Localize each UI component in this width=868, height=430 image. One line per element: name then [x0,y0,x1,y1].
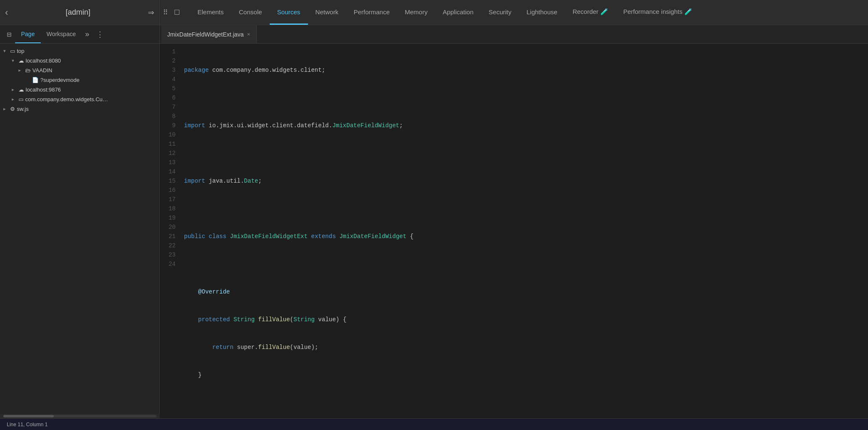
tree-item-top[interactable]: ▾ ▭ top [0,46,159,56]
tree-arrow: ▾ [3,48,8,54]
tree-label-top: top [17,48,24,54]
elements-grid-icon[interactable]: ⠿ [163,8,168,16]
code-line-8 [184,260,868,269]
tree-item-localhost9876[interactable]: ▸ ☁ localhost:9876 [0,85,159,94]
frame-icon-2: ▭ [18,96,24,102]
more-options-button[interactable]: ⋮ [93,30,107,39]
tree-arrow: ▸ [18,68,24,73]
scrollbar-thumb[interactable] [3,415,54,417]
code-line-6 [184,204,868,213]
code-line-10: protected String fillValue(String value)… [184,315,868,324]
second-bar-left: ⊟ Page Workspace » ⋮ [0,25,160,43]
tree-label-localhost9876: localhost:9876 [26,87,61,93]
tab-security[interactable]: Security [481,0,519,25]
code-line-3: import io.jmix.ui.widget.client.datefiel… [184,121,868,130]
devtools-icons: ⠿ ☐ [160,8,183,16]
close-tab-button[interactable]: × [247,31,250,37]
tree-item-swjs[interactable]: ▸ ⚙ sw.js [0,104,159,114]
tab-console[interactable]: Console [231,0,270,25]
nav-tabs: Elements Console Sources Network Perform… [187,0,868,25]
code-container: 12345 678910 1112131415 1617181920 21222… [160,44,868,418]
tab-network[interactable]: Network [308,0,346,25]
page-tab[interactable]: Page [15,25,41,43]
tree-arrow: ▸ [12,97,17,102]
device-toggle-icon[interactable]: ☐ [174,8,180,16]
file-tab-jmixdatefield[interactable]: JmixDateFieldWidgetExt.java × [161,25,257,43]
file-tabs: JmixDateFieldWidgetExt.java × [160,25,868,43]
sidebar: ▾ ▭ top ▾ ☁ localhost:8080 ▸ 🗁 VAADIN 📄 … [0,44,160,418]
back-button[interactable]: ‹ [5,7,8,18]
tab-lighthouse[interactable]: Lighthouse [519,0,565,25]
forward-button[interactable]: ⇒ [148,8,154,17]
second-bar: ⊟ Page Workspace » ⋮ JmixDateFieldWidget… [0,25,868,44]
tree-label-vaadin: VAADIN [32,67,52,73]
tree-arrow: ▸ [12,87,17,92]
tab-recorder[interactable]: Recorder 🧪 [565,0,616,25]
code-line-4 [184,149,868,158]
code-line-11: return super.fillValue(value); [184,343,868,352]
cloud-icon: ☁ [18,58,24,64]
tree-label-superdevmode: ?superdevmode [40,77,79,83]
editor-area[interactable]: 12345 678910 1112131415 1617181920 21222… [160,44,868,418]
code-line-13 [184,398,868,407]
admin-title: [admin] [14,8,142,17]
main-area: ▾ ▭ top ▾ ☁ localhost:8080 ▸ 🗁 VAADIN 📄 … [0,44,868,418]
collapse-icon[interactable]: ⊟ [3,31,15,38]
folder-icon: 🗁 [25,67,31,73]
frame-icon: ▭ [10,48,15,54]
code-content[interactable]: package com.company.demo.widgets.client;… [181,44,868,418]
tab-elements[interactable]: Elements [190,0,231,25]
code-line-1: package com.company.demo.widgets.client; [184,66,868,75]
tree-label-company: com.company.demo.widgets.Cu… [25,96,108,102]
status-label: Line 11, Column 1 [7,422,47,427]
tree-item-superdevmode[interactable]: 📄 ?superdevmode [0,75,159,85]
code-line-7: public class JmixDateFieldWidgetExt exte… [184,232,868,241]
tab-memory[interactable]: Memory [397,0,435,25]
code-line-2 [184,93,868,102]
tab-performance[interactable]: Performance [346,0,397,25]
top-bar: ‹ [admin] ⇒ ⠿ ☐ Elements Console Sources… [0,0,868,25]
tab-performance-insights[interactable]: Performance insights 🧪 [616,0,700,25]
tree-arrow: ▾ [12,58,17,63]
gear-icon: ⚙ [10,106,15,112]
workspace-tab[interactable]: Workspace [41,25,82,43]
tree-label-swjs: sw.js [17,106,29,112]
tree-label-localhost8080: localhost:8080 [26,58,61,64]
tree-item-vaadin[interactable]: ▸ 🗁 VAADIN [0,66,159,75]
code-line-12: } [184,370,868,380]
scrollbar-track [3,415,156,417]
status-bar: Line 11, Column 1 [0,418,868,430]
tab-sources[interactable]: Sources [270,0,308,25]
file-icon: 📄 [32,77,39,83]
tree-item-localhost8080[interactable]: ▾ ☁ localhost:8080 [0,56,159,66]
code-line-5: import java.util.Date; [184,176,868,186]
file-tab-name: JmixDateFieldWidgetExt.java [167,31,244,38]
cloud-icon-2: ☁ [18,87,24,93]
code-line-9: @Override [184,287,868,296]
line-numbers: 12345 678910 1112131415 1617181920 21222… [160,44,181,418]
tree-item-company[interactable]: ▸ ▭ com.company.demo.widgets.Cu… [0,94,159,104]
tab-application[interactable]: Application [435,0,481,25]
top-bar-left: ‹ [admin] ⇒ [0,0,160,25]
tree-arrow: ▸ [3,106,8,112]
tree-arrow [25,78,30,83]
more-tabs-button[interactable]: » [82,30,92,39]
scrollbar-area[interactable] [0,414,160,418]
